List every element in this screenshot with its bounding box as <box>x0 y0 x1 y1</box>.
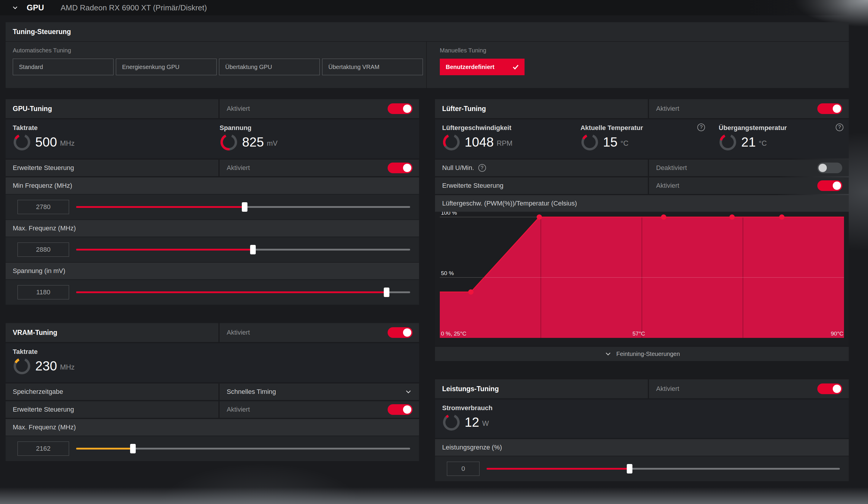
vram-advanced-row: Erweiterte Steuerung Aktiviert <box>6 401 419 418</box>
toggle-knob <box>403 328 411 337</box>
max-frequency-slider[interactable] <box>76 244 410 255</box>
metric-label: Taktrate <box>13 348 419 356</box>
fan-tuning-panel: Lüfter-Tuning Aktiviert Lüftergeschwindi… <box>435 99 849 361</box>
toggle-knob <box>403 406 411 414</box>
vram-max-frequency-label-row: Max. Frequenz (MHz) <box>6 419 419 435</box>
advanced-label: Erweiterte Steuerung <box>13 164 74 172</box>
slider-fill <box>76 291 387 293</box>
metric-label: Taktrate <box>13 124 211 132</box>
gpu-advanced-toggle[interactable] <box>388 162 413 173</box>
vram-max-frequency-slider-row <box>6 436 419 461</box>
min-frequency-label-row: Min Frequenz (MHz) <box>6 177 419 194</box>
vram-max-frequency-input[interactable] <box>18 442 69 456</box>
slider-handle[interactable] <box>242 202 247 212</box>
slider-label: Leistungsgrenze (%) <box>442 444 502 451</box>
status-label: Deaktiviert <box>656 164 687 172</box>
panel-title: Lüfter-Tuning <box>442 105 486 113</box>
vram-max-frequency-slider[interactable] <box>76 444 410 454</box>
min-frequency-slider[interactable] <box>76 202 410 212</box>
vram-advanced-toggle[interactable] <box>388 404 413 415</box>
preset-standard-button[interactable]: Standard <box>13 59 114 75</box>
fan-curve-chart[interactable]: 100 %50 %0 %, 25°C57°C90°C <box>435 212 849 346</box>
fan-advanced-toggle[interactable] <box>817 180 842 191</box>
panel-title: Leistungs-Tuning <box>442 385 499 393</box>
fan-curve-svg[interactable]: 100 %50 %0 %, 25°C57°C90°C <box>435 212 849 346</box>
automatic-tuning-section: Automatisches Tuning Standard Energiesen… <box>6 42 426 88</box>
status-label: Aktiviert <box>227 406 250 413</box>
memory-timing-select[interactable]: Schnelles Timing <box>220 384 419 400</box>
fine-tuning-expander[interactable]: Feintuning-Steuerungen <box>435 347 849 361</box>
advanced-label-cell: Erweiterte Steuerung <box>435 177 648 194</box>
vram-tuning-panel: VRAM-Tuning Aktiviert Taktrate 230 MHz <box>6 323 419 461</box>
slider-handle[interactable] <box>250 245 256 254</box>
zero-rpm-label: Null U/Min. <box>442 164 474 172</box>
voltage-slider-row <box>6 280 419 305</box>
advanced-status-cell: Aktiviert <box>220 160 419 176</box>
custom-tuning-button[interactable]: Benutzerdefiniert <box>440 59 525 75</box>
slider-handle[interactable] <box>627 464 632 473</box>
gpu-clock-metric: Taktrate 500 MHz <box>6 119 211 158</box>
voltage-slider[interactable] <box>76 287 410 297</box>
metric-value: 15 <box>603 135 618 149</box>
vram-clock-metric: Taktrate 230 MHz <box>6 343 419 382</box>
voltage-input[interactable] <box>18 285 69 300</box>
metric-label: Spannung <box>220 124 419 132</box>
status-label: Aktiviert <box>656 385 679 393</box>
chevron-down-icon <box>604 350 612 358</box>
slider-fill <box>487 468 630 470</box>
metric-value: 825 <box>242 135 264 149</box>
advanced-label: Erweiterte Steuerung <box>442 182 504 190</box>
gauge-icon <box>719 133 737 151</box>
max-frequency-input[interactable] <box>18 242 69 257</box>
toggle-knob <box>403 105 411 113</box>
slider-fill <box>76 249 253 251</box>
fan-tuning-toggle[interactable] <box>817 103 842 114</box>
zero-rpm-toggle[interactable] <box>817 162 842 173</box>
question-circle-icon[interactable]: ? <box>478 164 486 172</box>
gpu-tuning-panel: GPU-Tuning Aktiviert Taktrate 500 MHz <box>6 99 419 305</box>
gpu-advanced-row: Erweiterte Steuerung Aktiviert <box>6 160 419 176</box>
automatic-tuning-label: Automatisches Tuning <box>13 47 426 54</box>
metric-value: 1048 <box>465 135 494 149</box>
power-tuning-toggle[interactable] <box>817 384 842 394</box>
slider-handle[interactable] <box>384 287 390 297</box>
gpu-section-label[interactable]: GPU <box>27 3 44 12</box>
zero-rpm-row: Null U/Min. ? Deaktiviert <box>435 160 849 176</box>
chevron-down-icon <box>404 388 413 396</box>
gauge-icon <box>442 413 461 431</box>
slider-label: Max. Frequenz (MHz) <box>13 224 76 232</box>
chart-title: Lüftergeschw. (PWM(%))/Temperatur (Celsi… <box>442 200 577 207</box>
slider-label: Min Frequenz (MHz) <box>13 182 72 190</box>
metric-unit: °C <box>621 139 629 147</box>
current-temperature-metric: Aktuelle Temperatur ? 15 °C <box>574 119 711 158</box>
max-frequency-label-row: Max. Frequenz (MHz) <box>6 220 419 237</box>
svg-text:100 %: 100 % <box>441 212 457 216</box>
preset-vram-overclock-button[interactable]: Übertaktung VRAM <box>322 59 423 75</box>
min-frequency-input[interactable] <box>18 200 69 214</box>
memory-timing-label: Speicherzeitgabe <box>13 388 63 396</box>
power-limit-slider[interactable] <box>487 464 840 474</box>
preset-power-saving-button[interactable]: Energiesenkung GPU <box>116 59 217 75</box>
gauge-icon <box>442 133 461 151</box>
max-frequency-slider-row <box>6 237 419 262</box>
metric-unit: MHz <box>60 139 74 147</box>
slider-handle[interactable] <box>130 444 136 453</box>
power-limit-input[interactable] <box>447 462 479 476</box>
gauge-icon <box>220 133 238 151</box>
zero-rpm-status-cell: Deaktiviert <box>649 160 849 176</box>
left-column: GPU-Tuning Aktiviert Taktrate 500 MHz <box>6 99 419 462</box>
toggle-knob <box>833 105 841 113</box>
power-tuning-header-row: Leistungs-Tuning Aktiviert <box>435 379 849 398</box>
chevron-down-icon[interactable] <box>11 4 19 12</box>
right-column: Lüfter-Tuning Aktiviert Lüftergeschwindi… <box>435 99 849 482</box>
question-circle-icon[interactable]: ? <box>836 124 844 131</box>
fan-speed-metric: Lüftergeschwindigkeit 1048 RPM <box>435 119 572 158</box>
power-draw-metric: Stromverbrauch 12 W <box>435 399 849 438</box>
vram-tuning-toggle[interactable] <box>388 327 413 338</box>
tuning-control-header: Tuning-Steuerung <box>6 22 849 42</box>
preset-gpu-overclock-button[interactable]: Übertaktung GPU <box>219 59 320 75</box>
metric-unit: W <box>482 419 489 428</box>
gpu-tuning-toggle[interactable] <box>388 103 413 114</box>
panel-title: Tuning-Steuerung <box>13 28 71 36</box>
radeon-gpu-tuning-page: GPU AMD Radeon RX 6900 XT (Primär/Diskre… <box>0 0 868 504</box>
